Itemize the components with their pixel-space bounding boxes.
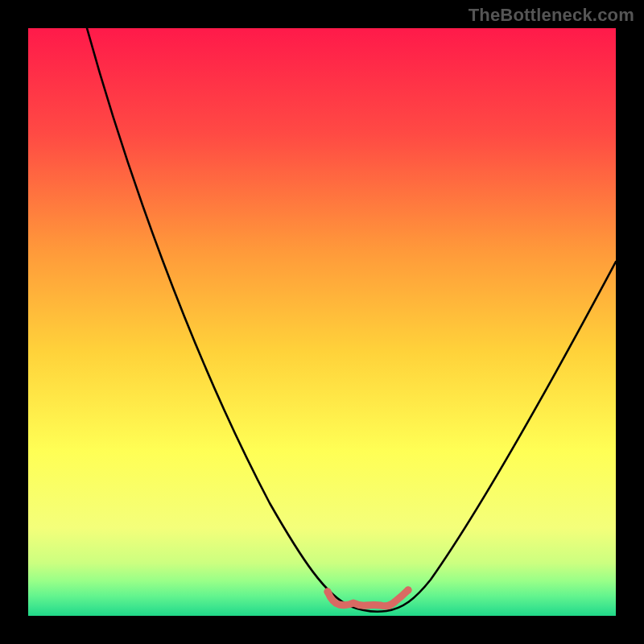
marker-dot [324,588,332,596]
plot-area [28,28,616,616]
marker-dot [405,587,412,594]
chart-frame: TheBottleneck.com [0,0,644,644]
heatmap-background [28,28,616,616]
watermark-text: TheBottleneck.com [469,5,634,26]
chart-svg [28,28,616,616]
